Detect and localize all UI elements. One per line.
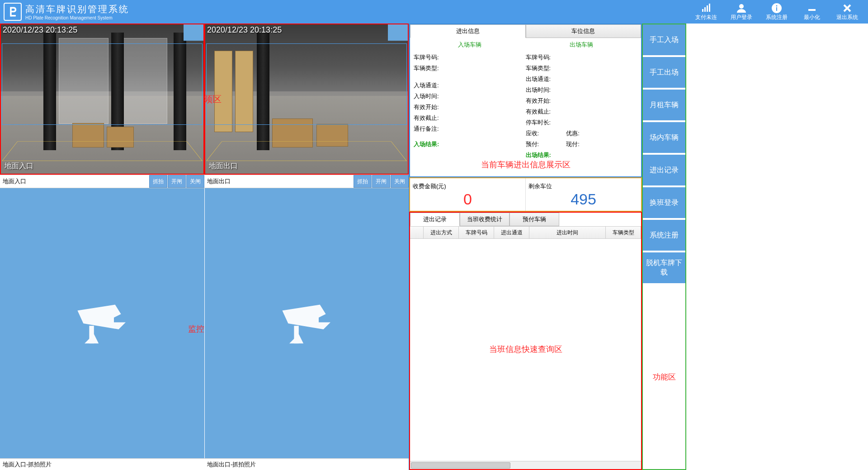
video-gate-label: 地面入口 — [5, 161, 33, 171]
onsite-vehicle-button[interactable]: 场内车辆 — [643, 122, 685, 155]
video-overlay-label: 监控视频区 — [204, 93, 222, 105]
function-sidebar: 手工入场 手工出场 月租车辆 场内车辆 进出记录 换班登录 系统注册 脱机车牌下… — [642, 24, 686, 470]
exit-result-label: 出场结果: — [526, 151, 557, 159]
col-time[interactable]: 进出时间 — [529, 227, 606, 238]
user-icon — [736, 3, 747, 14]
video-control-row: 地面入口 抓拍 开闸 关闸 地面出口 抓拍 开闸 关闸 — [0, 175, 409, 188]
lane-name-exit: 地面出口 — [204, 177, 353, 185]
app-subtitle: HD Plate Recognition Management System — [25, 15, 129, 20]
tab-prepay[interactable]: 预付车辆 — [509, 213, 559, 226]
info-icon — [771, 3, 782, 14]
svg-rect-4 — [709, 4, 710, 12]
svg-rect-7 — [776, 7, 777, 11]
video-gate-label: 地面出口 — [209, 161, 238, 171]
svg-rect-2 — [704, 7, 706, 12]
tab-inout-info[interactable]: 进出信息 — [410, 24, 526, 38]
svg-point-5 — [739, 4, 744, 9]
exit-info-title: 出场车辆 — [526, 41, 638, 49]
exit-button[interactable]: 退出系统 — [830, 0, 864, 24]
tab-records[interactable]: 进出记录 — [410, 213, 460, 226]
fee-amount-label: 收费金额(元) — [410, 181, 446, 190]
snapshot-placeholder-entry: 监控视频区 — [0, 188, 204, 458]
manual-entry-button[interactable]: 手工入场 — [643, 24, 685, 57]
slots-value: 495 — [571, 190, 596, 208]
close-gate-button[interactable]: 关闸 — [391, 175, 409, 188]
records-button[interactable]: 进出记录 — [643, 155, 685, 187]
camera-icon — [278, 299, 336, 348]
snapshot-caption-exit: 地面出口-抓拍照片 — [204, 459, 409, 470]
snapshot-button[interactable]: 抓拍 — [354, 175, 372, 188]
slots-label: 剩余车位 — [526, 181, 552, 190]
records-grid-body[interactable]: 当班信息快速查询区 — [410, 239, 641, 461]
log-panel: 进出记录 当班收费统计 预付车辆 进出方式 车牌号码 进出通道 进出时间 车辆类… — [409, 212, 642, 470]
open-gate-button[interactable]: 开闸 — [168, 175, 186, 188]
video-area: 2020/12/23 20:13:25 地面入口 2020/12/23 20:1… — [0, 24, 409, 470]
scrollbar-thumb[interactable] — [411, 462, 510, 469]
snapshot-button[interactable]: 抓拍 — [149, 175, 167, 188]
minimize-button[interactable]: 最小化 — [795, 0, 829, 24]
shift-login-button[interactable]: 换班登录 — [643, 187, 685, 220]
camera-icon — [73, 299, 132, 348]
horizontal-scrollbar[interactable] — [410, 461, 641, 469]
header-actions: 支付未连 用户登录 系统注册 最小化 退出系统 — [689, 0, 864, 24]
svg-rect-3 — [707, 5, 708, 12]
parking-logo-icon — [4, 3, 22, 21]
video-feed-exit[interactable]: 2020/12/23 20:13:25 监控视频区 地面出口 — [204, 24, 409, 175]
open-gate-button[interactable]: 开闸 — [372, 175, 390, 188]
svg-point-8 — [776, 5, 778, 6]
offline-plate-download-button[interactable]: 脱机车牌下载 — [643, 252, 685, 285]
pay-status-button[interactable]: 支付未连 — [689, 0, 723, 24]
entry-info-title: 入场车辆 — [414, 41, 526, 49]
user-login-button[interactable]: 用户登录 — [724, 0, 759, 24]
app-header: 高清车牌识别管理系统 HD Plate Recognition Manageme… — [0, 0, 868, 24]
video-feed-entry[interactable]: 2020/12/23 20:13:25 地面入口 — [0, 24, 204, 175]
svg-rect-9 — [808, 9, 816, 11]
signal-icon — [701, 3, 712, 14]
col-plate[interactable]: 车牌号码 — [459, 227, 494, 238]
tab-shift-stats[interactable]: 当班收费统计 — [460, 213, 509, 226]
close-icon — [842, 3, 853, 14]
fee-amount-value: 0 — [463, 190, 472, 208]
manual-exit-button[interactable]: 手工出场 — [643, 57, 685, 90]
svg-rect-1 — [702, 9, 703, 12]
close-gate-button[interactable]: 关闸 — [186, 175, 204, 188]
monthly-vehicle-button[interactable]: 月租车辆 — [643, 90, 685, 122]
system-register-side-button[interactable]: 系统注册 — [643, 220, 685, 252]
video-timestamp: 2020/12/23 20:13:25 — [207, 25, 282, 35]
col-selector[interactable] — [410, 227, 424, 238]
entry-info-col: 入场车辆 车牌号码: 车辆类型: 入场通道: 入场时间: 有效开始: 有效截止:… — [414, 41, 526, 175]
log-overlay-label: 当班信息快速查询区 — [410, 343, 641, 354]
snapshot-caption-entry: 地面入口-抓拍照片 — [0, 459, 204, 470]
video-timestamp: 2020/12/23 20:13:25 — [3, 25, 77, 35]
svg-rect-0 — [10, 15, 16, 17]
lane-name-entry: 地面入口 — [0, 177, 149, 185]
vehicle-info-panel: 进出信息 车位信息 入场车辆 车牌号码: 车辆类型: 入场通道: 入场时间: 有… — [409, 24, 642, 177]
col-lane[interactable]: 进出通道 — [494, 227, 529, 238]
info-column: 进出信息 车位信息 入场车辆 车牌号码: 车辆类型: 入场通道: 入场时间: 有… — [409, 24, 642, 470]
records-grid-header: 进出方式 车牌号码 进出通道 进出时间 车辆类型 — [410, 226, 641, 239]
app-logo: 高清车牌识别管理系统 HD Plate Recognition Manageme… — [4, 3, 129, 21]
system-register-button[interactable]: 系统注册 — [760, 0, 794, 24]
col-type[interactable]: 车辆类型 — [606, 227, 641, 238]
entry-result-label: 入场结果: — [414, 140, 444, 148]
info-overlay-label: 当前车辆进出信息展示区 — [410, 159, 641, 170]
col-direction[interactable]: 进出方式 — [424, 227, 459, 238]
fee-panel: 收费金额(元) 0 剩余车位 495 — [409, 177, 642, 212]
exit-info-col: 出场车辆 车牌号码: 车辆类型: 出场通道: 出场时间: 有效开始: 有效截止:… — [526, 41, 638, 175]
minimize-icon — [807, 3, 817, 14]
app-title: 高清车牌识别管理系统 — [25, 3, 129, 15]
sidebar-section-label: 功能区 — [643, 285, 685, 469]
tab-slot-info[interactable]: 车位信息 — [526, 24, 642, 38]
snapshot-placeholder-exit — [204, 188, 409, 458]
